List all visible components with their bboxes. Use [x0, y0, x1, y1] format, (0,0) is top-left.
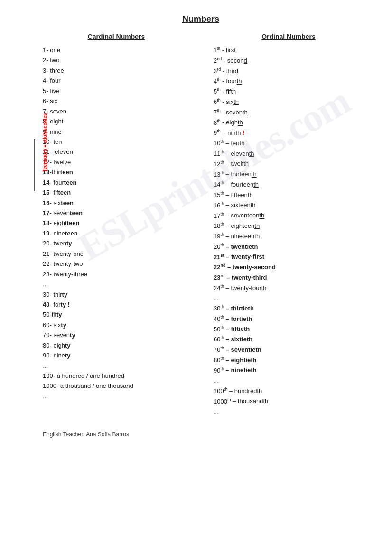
- cardinal-row: 60- sixty: [43, 320, 204, 330]
- bracket-line: [34, 139, 35, 191]
- cardinal-row: 30- thirty: [43, 290, 204, 300]
- ordinal-row: 5th - fifth: [214, 86, 373, 97]
- ordinal-row: 22nd – twenty-second: [214, 262, 373, 273]
- cardinal-row: 7- seven: [43, 106, 204, 116]
- ordinal-row: 60th – sixtieth: [214, 334, 373, 345]
- cardinal-row: 13-thirteen: [43, 167, 204, 177]
- cardinal-row: 70- seventy: [43, 330, 204, 340]
- ordinal-column: 1st - first2nd - second3rd - third4th - …: [204, 45, 373, 417]
- ordinal-row: 11th – eleventh: [214, 149, 373, 159]
- page: Numbers Cardinal Numbers Ordinal Numbers…: [0, 0, 392, 452]
- cardinal-row: 8- eight: [43, 116, 204, 126]
- ordinal-list: 1st - first2nd - second3rd - third4th - …: [214, 45, 373, 417]
- cardinal-row: ...: [43, 391, 204, 401]
- ordinal-row: 1000th – thousandth: [214, 396, 373, 406]
- ordinal-row: 17th – seventeenth: [214, 210, 373, 221]
- footer: English Teacher: Ana Sofia Barros: [28, 431, 373, 438]
- side-label: Teenagers = adolescentes: [42, 113, 47, 172]
- ordinal-row: 1st - first: [214, 45, 373, 56]
- cardinal-row: 18- eightteen: [43, 218, 204, 228]
- cardinal-header: Cardinal Numbers: [28, 33, 204, 40]
- ordinal-row: 7th - seventh: [214, 107, 373, 118]
- ordinal-row: 3rd - third: [214, 66, 373, 76]
- page-title: Numbers: [28, 14, 373, 24]
- ordinal-row: 24th – twenty-fourth: [214, 283, 373, 293]
- cardinal-row: 12- twelve: [43, 157, 204, 167]
- ordinal-row: ...: [214, 406, 373, 416]
- ordinal-row: 19th – nineteenth: [214, 231, 373, 242]
- cardinal-row: 40- forty !: [43, 300, 204, 310]
- cardinal-row: 2- two: [43, 55, 204, 65]
- ordinal-row: 20th – twentieth: [214, 242, 373, 252]
- ordinal-row: 4th - fourth: [214, 76, 373, 86]
- cardinal-row: 1000- a thousand / one thousand: [43, 381, 204, 391]
- ordinal-row: 8th - eighth: [214, 117, 373, 128]
- ordinal-row: 90th – ninetieth: [214, 365, 373, 376]
- ordinal-row: 6th - sixth: [214, 97, 373, 107]
- ordinal-row: 12th – twelfth: [214, 159, 373, 169]
- cardinal-row: 15- fifteen: [43, 188, 204, 198]
- cardinal-row: 80- eighty: [43, 340, 204, 350]
- content-area: Teenagers = adolescentes 1- one2- two3- …: [28, 45, 373, 417]
- ordinal-row: 80th – eightieth: [214, 355, 373, 366]
- cardinal-row: 20- twenty: [43, 238, 204, 248]
- ordinal-row: 23rd – twenty-third: [214, 273, 373, 283]
- cardinal-list: 1- one2- two3- three4- four5- five6- six…: [43, 45, 204, 401]
- ordinal-row: 2nd - second: [214, 56, 373, 66]
- ordinal-row: 15th – fifteenth: [214, 190, 373, 200]
- cardinal-row: ...: [43, 361, 204, 371]
- ordinal-row: 10th – tenth: [214, 138, 373, 149]
- ordinal-row: 50th – fiftieth: [214, 324, 373, 334]
- ordinal-row: 21st – twenty-first: [214, 252, 373, 262]
- ordinal-row: ...: [214, 376, 373, 386]
- columns-header: Cardinal Numbers Ordinal Numbers: [28, 33, 373, 40]
- ordinal-header: Ordinal Numbers: [204, 33, 373, 40]
- cardinal-row: 16- sixteen: [43, 198, 204, 208]
- cardinal-row: 1- one: [43, 45, 204, 55]
- cardinal-row: 14- fourteen: [43, 178, 204, 188]
- cardinal-row: 3- three: [43, 66, 204, 75]
- cardinal-row: 90- ninety: [43, 350, 204, 360]
- cardinal-row: 17- seventeen: [43, 208, 204, 218]
- ordinal-row: 16th – sixteenth: [214, 200, 373, 210]
- cardinal-row: 5- five: [43, 86, 204, 96]
- cardinal-row: 6- six: [43, 96, 204, 106]
- ordinal-row: 13th – thirteenth: [214, 169, 373, 179]
- ordinal-row: 70th – seventieth: [214, 345, 373, 355]
- cardinal-row: ...: [43, 279, 204, 289]
- ordinal-row: ...: [214, 293, 373, 303]
- cardinal-row: 23- twenty-three: [43, 269, 204, 279]
- cardinal-row: 9- nine: [43, 127, 204, 137]
- cardinal-row: 50-fifty: [43, 310, 204, 320]
- cardinal-row: 11– eleven: [43, 147, 204, 157]
- ordinal-row: 18th – eighteenth: [214, 221, 373, 231]
- ordinal-row: 100th – hundredth: [214, 386, 373, 396]
- ordinal-row: 14th – fourteenth: [214, 179, 373, 190]
- cardinal-row: 4- four: [43, 75, 204, 85]
- cardinal-row: 22- twenty-two: [43, 259, 204, 269]
- cardinal-column: Teenagers = adolescentes 1- one2- two3- …: [28, 45, 204, 417]
- ordinal-row: 9th – ninth !: [214, 128, 373, 138]
- cardinal-row: 10- ten: [43, 137, 204, 147]
- ordinal-row: 40th – fortieth: [214, 314, 373, 324]
- cardinal-row: 19- nineteen: [43, 228, 204, 238]
- cardinal-row: 21- twenty-one: [43, 249, 204, 259]
- cardinal-row: 100- a hundred / one hundred: [43, 371, 204, 381]
- ordinal-row: 30th – thirtieth: [214, 303, 373, 314]
